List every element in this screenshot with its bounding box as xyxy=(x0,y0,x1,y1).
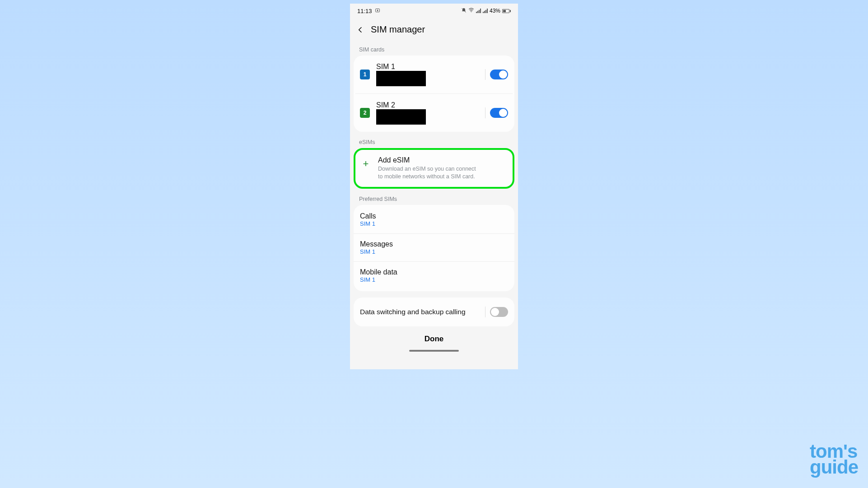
preferred-messages-row[interactable]: Messages SIM 1 xyxy=(354,233,514,261)
sim-chip-1-icon: 1 xyxy=(360,70,370,79)
data-switching-toggle[interactable] xyxy=(490,307,508,317)
back-icon[interactable] xyxy=(356,26,364,34)
data-switching-row[interactable]: Data switching and backup calling xyxy=(354,297,514,326)
sim2-title: SIM 2 xyxy=(376,101,479,109)
home-indicator[interactable] xyxy=(409,350,459,352)
status-bar: 11:13 43% xyxy=(350,4,518,18)
divider xyxy=(485,107,485,118)
add-esim-desc: Download an eSIM so you can connect to m… xyxy=(378,165,482,181)
sim-chip-2-icon: 2 xyxy=(360,108,370,118)
screenshot-icon xyxy=(375,8,380,14)
sim-cards-card: 1 SIM 1 2 SIM 2 xyxy=(354,56,514,132)
wifi-icon xyxy=(468,8,474,14)
sim1-toggle[interactable] xyxy=(490,70,508,79)
sim-row-2[interactable]: 2 SIM 2 xyxy=(355,93,513,132)
preferred-calls-value: SIM 1 xyxy=(360,220,508,227)
sim1-title: SIM 1 xyxy=(376,63,479,71)
mute-icon xyxy=(461,8,467,14)
preferred-messages-title: Messages xyxy=(360,240,508,248)
status-time: 11:13 xyxy=(357,8,372,14)
section-label-sim-cards: SIM cards xyxy=(350,43,518,56)
preferred-mobile-data-row[interactable]: Mobile data SIM 1 xyxy=(354,261,514,291)
svg-point-3 xyxy=(471,11,472,12)
preferred-messages-value: SIM 1 xyxy=(360,248,508,255)
divider xyxy=(485,307,485,317)
sim1-carrier-redacted xyxy=(376,71,426,86)
divider xyxy=(485,69,485,80)
battery-percent: 43% xyxy=(490,8,500,14)
page-title: SIM manager xyxy=(371,24,425,35)
battery-icon xyxy=(502,9,511,13)
preferred-sims-card: Calls SIM 1 Messages SIM 1 Mobile data S… xyxy=(354,205,514,291)
preferred-data-title: Mobile data xyxy=(360,268,508,276)
sim2-toggle[interactable] xyxy=(490,108,508,118)
signal-icon-1 xyxy=(476,9,481,13)
section-label-esims: eSIMs xyxy=(350,132,518,148)
data-switching-card: Data switching and backup calling xyxy=(354,297,514,326)
phone-frame: 11:13 43% SIM manager SIM cards xyxy=(350,4,518,369)
preferred-data-value: SIM 1 xyxy=(360,276,508,283)
add-esim-title: Add eSIM xyxy=(378,156,482,164)
preferred-calls-row[interactable]: Calls SIM 1 xyxy=(354,205,514,233)
signal-icon-2 xyxy=(483,9,488,13)
sim-row-1[interactable]: 1 SIM 1 xyxy=(354,56,514,93)
header: SIM manager xyxy=(350,18,518,43)
watermark-line2: guide xyxy=(810,459,858,475)
plus-icon: + xyxy=(361,158,371,170)
data-switching-title: Data switching and backup calling xyxy=(360,308,466,316)
svg-point-1 xyxy=(377,9,378,11)
section-label-preferred: Preferred SIMs xyxy=(350,189,518,205)
add-esim-button[interactable]: + Add eSIM Download an eSIM so you can c… xyxy=(354,148,514,189)
watermark: tom's guide xyxy=(810,443,858,475)
done-button[interactable]: Done xyxy=(350,326,518,347)
preferred-calls-title: Calls xyxy=(360,212,508,220)
sim2-carrier-redacted xyxy=(376,109,426,125)
